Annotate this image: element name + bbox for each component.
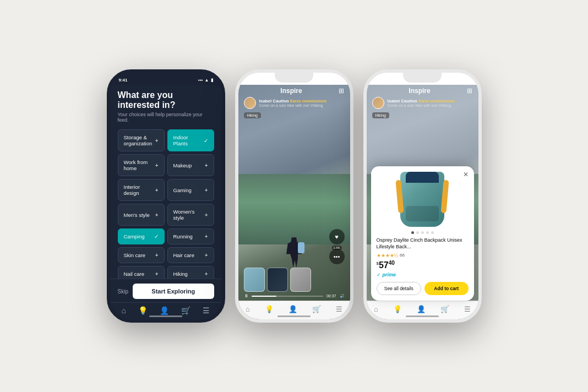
interests-title: What are you interested in? bbox=[118, 90, 214, 110]
add-icon-womens: + bbox=[205, 212, 208, 218]
price-cents: 40 bbox=[389, 260, 395, 266]
phones-container: 9:41 ▪▪▪ ▲ ▮ What are you interested in?… bbox=[96, 58, 493, 334]
add-icon-makeup: + bbox=[205, 162, 208, 168]
interest-camping[interactable]: Camping ✓ bbox=[118, 228, 165, 244]
image-dots bbox=[377, 231, 469, 234]
interest-label-storage: Storage & organization bbox=[124, 134, 155, 146]
interest-label-camping: Camping bbox=[124, 233, 145, 239]
close-card-button[interactable]: ✕ bbox=[463, 171, 469, 178]
interest-nailcare[interactable]: Nail care + bbox=[118, 266, 165, 279]
menu-nav-icon[interactable]: ☰ bbox=[203, 306, 210, 315]
volume-icon[interactable]: 🔊 bbox=[340, 294, 345, 298]
phone-interests: 9:41 ▪▪▪ ▲ ▮ What are you interested in?… bbox=[107, 69, 225, 323]
interest-label-mens: Men's style bbox=[124, 212, 150, 218]
interest-label-skincare: Skin care bbox=[124, 252, 146, 258]
hiking-tag[interactable]: Hiking bbox=[244, 112, 261, 118]
battery-icon-2: ▮ bbox=[339, 78, 341, 83]
prime-badge: ✓ prime bbox=[377, 272, 469, 277]
creator-info: Isabel Cautivo Earns commissions Come on… bbox=[259, 99, 345, 107]
wifi-icon-3: ▲ bbox=[461, 78, 466, 83]
home-nav-icon[interactable]: ⌂ bbox=[122, 306, 126, 315]
interest-label-running: Running bbox=[173, 233, 193, 239]
interests-screen: What are you interested in? Your choices… bbox=[110, 85, 222, 319]
backpack-pocket bbox=[406, 206, 439, 221]
add-icon-hiking: + bbox=[205, 271, 208, 277]
profile-nav-icon[interactable]: 👤 bbox=[160, 306, 169, 315]
thumb-shoe[interactable] bbox=[290, 268, 311, 292]
product-thumbnails bbox=[244, 268, 311, 292]
time-1: 9:41 bbox=[119, 78, 128, 83]
skip-button[interactable]: Skip bbox=[118, 288, 128, 295]
grid-view-icon[interactable]: ⊞ bbox=[339, 87, 344, 95]
video-progress-bar[interactable]: ⏸ 00:37 🔊 bbox=[244, 293, 345, 298]
menu-nav-3[interactable]: ☰ bbox=[464, 305, 471, 313]
person-backpack bbox=[298, 242, 304, 253]
prime-label: prime bbox=[383, 272, 396, 277]
interests-grid: Storage & organization + Indoor Plants ✓… bbox=[110, 126, 222, 279]
interest-womens[interactable]: Women's style + bbox=[167, 204, 214, 226]
thumb-pants[interactable] bbox=[267, 268, 288, 292]
cart-nav-icon[interactable]: 🛒 bbox=[181, 306, 190, 315]
hiking-tag-3[interactable]: Hiking bbox=[372, 112, 389, 118]
add-icon-gaming: + bbox=[205, 187, 208, 193]
menu-nav-2[interactable]: ☰ bbox=[336, 305, 342, 313]
inspire-title: Inspire bbox=[280, 87, 302, 95]
inspire-nav-icon[interactable]: 💡 bbox=[138, 306, 148, 315]
interest-running[interactable]: Running + bbox=[167, 228, 214, 244]
review-count: 66 bbox=[400, 253, 405, 258]
home-indicator-2 bbox=[277, 315, 311, 317]
profile-nav-2[interactable]: 👤 bbox=[288, 305, 297, 313]
see-details-button[interactable]: See all details bbox=[377, 282, 422, 295]
add-icon-storage: + bbox=[155, 138, 159, 144]
start-exploring-button[interactable]: Start Exploring bbox=[133, 284, 214, 299]
inspire-screen-3: Inspire ⊞ Isabel Cautivo Earns commissio… bbox=[367, 85, 478, 319]
interest-interior[interactable]: Interior design + bbox=[118, 179, 165, 201]
interest-label-nailcare: Nail care bbox=[124, 271, 145, 277]
backpack-right-strap bbox=[440, 180, 449, 214]
creator-earn-3: Earns commissions bbox=[418, 99, 455, 103]
inspire-header: Inspire ⊞ Isabel Cautivo Earns commissio… bbox=[238, 85, 350, 121]
inspire-header-3: Inspire ⊞ Isabel Cautivo Earns commissio… bbox=[367, 85, 478, 121]
home-indicator-3 bbox=[406, 315, 439, 317]
thumb-backpack[interactable] bbox=[244, 268, 265, 292]
interest-label-interior: Interior design bbox=[124, 184, 155, 196]
backpack-left-strap bbox=[395, 180, 404, 214]
notch-2 bbox=[275, 73, 313, 83]
grid-view-icon-3[interactable]: ⊞ bbox=[467, 87, 472, 95]
creator-name: Isabel Cautivo Earns commissions bbox=[259, 99, 345, 104]
price-dollars: 57 bbox=[379, 260, 389, 270]
time-2: 9:41 bbox=[247, 78, 256, 83]
wifi-icon-2: ▲ bbox=[333, 78, 337, 83]
cart-nav-3[interactable]: 🛒 bbox=[440, 305, 449, 313]
interest-label-womens: Women's style bbox=[173, 209, 205, 221]
pause-button[interactable]: ⏸ bbox=[244, 293, 248, 298]
cart-nav-2[interactable]: 🛒 bbox=[312, 305, 321, 313]
inspire-nav-2[interactable]: 💡 bbox=[265, 305, 274, 313]
interest-label-haircare: Hair care bbox=[173, 252, 195, 258]
interest-gaming[interactable]: Gaming + bbox=[167, 179, 214, 201]
interest-mens[interactable]: Men's style + bbox=[118, 204, 165, 226]
add-icon-mens: + bbox=[155, 212, 159, 218]
interest-label-makeup: Makeup bbox=[173, 162, 192, 168]
progress-fill bbox=[252, 296, 277, 297]
interest-storage[interactable]: Storage & organization + bbox=[118, 129, 165, 151]
interest-wfh[interactable]: Work from home + bbox=[118, 154, 165, 176]
home-nav-3[interactable]: ⌂ bbox=[374, 305, 378, 313]
interest-haircare[interactable]: Hair care + bbox=[167, 247, 214, 263]
interest-makeup[interactable]: Makeup + bbox=[167, 154, 214, 176]
profile-nav-3[interactable]: 👤 bbox=[417, 305, 426, 313]
interest-indoor-plants[interactable]: Indoor Plants ✓ bbox=[167, 129, 214, 151]
add-to-cart-button[interactable]: Add to cart bbox=[424, 282, 469, 295]
check-icon-plants: ✓ bbox=[204, 138, 208, 144]
home-nav-2[interactable]: ⌂ bbox=[246, 305, 250, 313]
like-button[interactable]: ♥ 1.5K bbox=[329, 229, 345, 244]
interest-skincare[interactable]: Skin care + bbox=[118, 247, 165, 263]
prime-check-icon: ✓ bbox=[377, 272, 381, 277]
more-button[interactable]: ••• bbox=[329, 249, 345, 264]
interest-label-hiking: Hiking bbox=[173, 271, 188, 277]
signal-icon-3: ▪▪▪ bbox=[455, 78, 460, 83]
interest-hiking[interactable]: Hiking + bbox=[167, 266, 214, 279]
inspire-nav-3[interactable]: 💡 bbox=[393, 305, 402, 313]
interest-label-gaming: Gaming bbox=[173, 187, 192, 193]
creator-row: Isabel Cautivo Earns commissions Come on… bbox=[244, 97, 345, 109]
